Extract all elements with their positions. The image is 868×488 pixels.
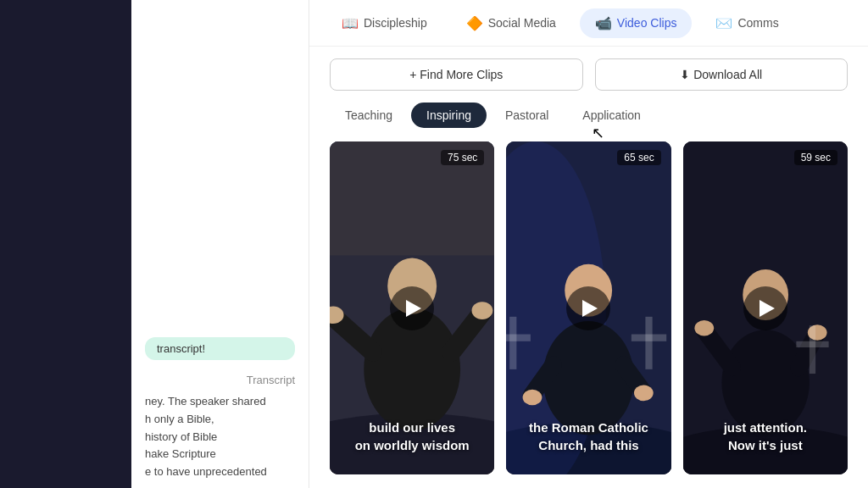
video-clips-icon: 📹 [595,15,612,31]
download-all-button[interactable]: ⬇ Download All [595,58,849,91]
svg-rect-18 [509,317,516,369]
main-content: 📖 Discipleship 🔶 Social Media 📹 Video Cl… [309,0,868,488]
video-card-3[interactable]: 59 sec just attention. Now it's just [683,141,848,474]
svg-rect-21 [632,335,666,341]
nav-social-label: Social Media [488,16,556,30]
discipleship-icon: 📖 [342,15,359,31]
nav-video-label: Video Clips [617,16,677,30]
svg-rect-20 [646,317,653,369]
social-media-icon: 🔶 [466,15,483,31]
video-2-timestamp: 65 sec [617,150,660,165]
video-card-2[interactable]: 65 sec the Roman Catholic Church, had th… [506,141,670,474]
comms-icon: ✉️ [715,15,732,31]
nav-comms[interactable]: ✉️ Comms [700,8,793,38]
tab-inspiring[interactable]: Inspiring [411,103,487,128]
video-grid: 75 sec build our lives on worldly wisdom [309,138,868,488]
video-2-caption: the Roman Catholic Church, had this [506,419,670,454]
filter-tabs: Teaching Inspiring Pastoral Application … [309,103,868,138]
svg-point-7 [471,302,492,319]
video-1-caption-line2: on worldly wisdom [338,436,486,454]
find-more-clips-button[interactable]: + Find More Clips [330,58,583,91]
tab-application[interactable]: Application [567,103,656,128]
nav-discipleship[interactable]: 📖 Discipleship [326,8,442,38]
video-3-caption-line2: Now it's just [692,436,839,454]
transcript-line-3: history of Bible [145,429,295,446]
play-btn-1[interactable] [390,286,434,330]
action-bar: + Find More Clips ⬇ Download All [309,47,868,103]
transcript-line-5: e to have unprecedented [145,463,295,481]
svg-rect-31 [796,341,828,347]
nav-bar: 📖 Discipleship 🔶 Social Media 📹 Video Cl… [309,0,868,47]
video-1-caption: build our lives on worldly wisdom [330,419,494,454]
video-2-caption-line2: Church, had this [515,436,662,454]
play-btn-2[interactable] [566,286,610,330]
nav-social-media[interactable]: 🔶 Social Media [451,8,571,38]
video-card-1[interactable]: 75 sec build our lives on worldly wisdom [330,141,494,474]
play-btn-3[interactable] [743,286,787,330]
video-1-caption-line1: build our lives [338,419,486,436]
transcript-label: Transcript [131,367,309,390]
svg-point-16 [523,390,542,406]
tab-teaching[interactable]: Teaching [330,103,408,128]
video-3-caption: just attention. Now it's just [683,419,848,454]
video-1-timestamp: 75 sec [441,150,484,165]
transcript-line-4: hake Scripture [145,446,295,463]
video-3-caption-line1: just attention. [692,419,839,436]
svg-rect-30 [810,325,815,374]
svg-rect-19 [506,335,531,341]
nav-video-clips[interactable]: 📹 Video Clips [580,8,693,38]
tab-pastoral[interactable]: Pastoral [490,103,564,128]
nav-discipleship-label: Discipleship [364,16,427,30]
transcript-text: ney. The speaker shared h only a Bible, … [131,390,309,488]
video-2-caption-line1: the Roman Catholic [515,419,662,436]
transcript-line-2: h only a Bible, [145,411,295,429]
transcript-line-1: ney. The speaker shared [145,393,295,411]
svg-point-28 [694,320,714,336]
left-panel [0,0,131,488]
svg-point-17 [634,385,654,402]
video-3-timestamp: 59 sec [794,150,837,165]
transcript-highlight: transcript! [145,337,295,360]
sidebar: transcript! Transcript ney. The speaker … [131,0,309,488]
nav-comms-label: Comms [737,16,778,30]
